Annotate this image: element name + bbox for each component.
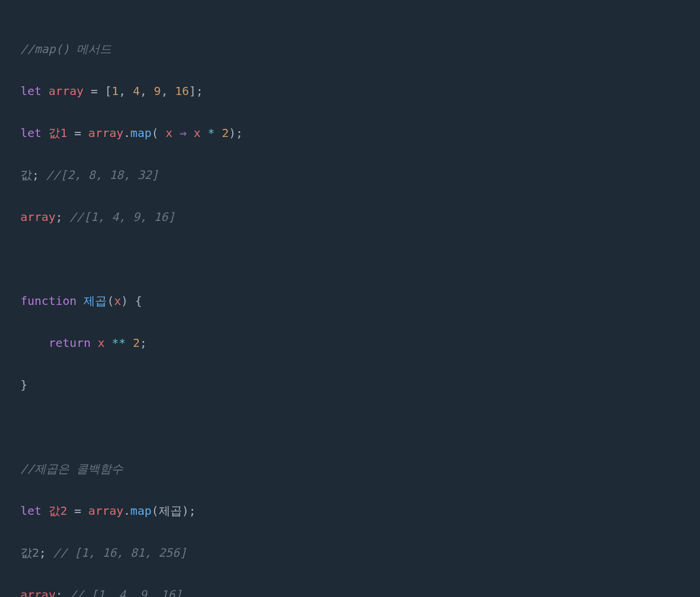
number-literal: 9 [154, 84, 161, 98]
code-line-6-empty [20, 248, 680, 269]
number-literal: 2 [222, 126, 229, 140]
dot: . [124, 126, 131, 140]
method-map: map [131, 126, 152, 140]
number-literal: 2 [126, 336, 140, 350]
operator-power: ** [112, 336, 126, 350]
semicolon: ; [32, 168, 46, 182]
identifier-array: array [88, 504, 123, 518]
code-line-5: array; //[1, 4, 9, 16] [20, 206, 680, 227]
param-x: x [194, 126, 201, 140]
code-line-10-empty [20, 416, 680, 437]
paren-open: ( [152, 126, 166, 140]
bracket-open: [ [105, 84, 112, 98]
semicolon: ; [39, 546, 53, 560]
function-name: 제곱 [76, 294, 107, 308]
comment-text: //[1, 4, 9, 16] [69, 210, 175, 224]
operator-multiply: * [201, 126, 222, 140]
param-x: x [166, 126, 173, 140]
identifier-array: array [88, 126, 123, 140]
code-line-13: 값2; // [1, 16, 81, 256] [20, 542, 680, 563]
semicolon: ; [55, 588, 69, 597]
space [41, 504, 48, 518]
semicolon: ; [55, 210, 69, 224]
code-line-9: } [20, 374, 680, 395]
comment-text: //map() 메서드 [20, 42, 111, 56]
identifier-array: array [48, 84, 83, 98]
equals: = [67, 126, 88, 140]
indent [20, 336, 48, 350]
comma: , [161, 84, 175, 98]
dot: . [124, 504, 131, 518]
paren-close: ); [229, 126, 243, 140]
identifier-val1: 값1 [48, 126, 67, 140]
code-line-3: let 값1 = array.map( x ⇒ x * 2); [20, 122, 680, 143]
comment-text: //[2, 8, 18, 32] [46, 168, 159, 182]
keyword-return: return [48, 336, 90, 350]
code-line-4: 값; //[2, 8, 18, 32] [20, 164, 680, 185]
method-map: map [131, 504, 152, 518]
space [41, 126, 48, 140]
number-literal: 1 [112, 84, 119, 98]
number-literal: 16 [175, 84, 189, 98]
equals: = [83, 84, 104, 98]
paren-close-brace: ) { [121, 294, 142, 308]
param-x: x [90, 336, 111, 350]
comment-text: //제곱은 콜백함수 [20, 462, 123, 476]
comma: , [119, 84, 133, 98]
keyword-let: let [20, 504, 41, 518]
semicolon: ; [140, 336, 147, 350]
variable-array: array [20, 588, 55, 597]
code-line-14: array; // [1, 4, 9, 16] [20, 584, 680, 597]
code-line-8: return x ** 2; [20, 332, 680, 353]
comment-text: // [1, 4, 9, 16] [69, 588, 182, 597]
comment-text: // [1, 16, 81, 256] [53, 546, 187, 560]
keyword-function: function [20, 294, 76, 308]
bracket-close: ]; [189, 84, 203, 98]
param-x: x [114, 294, 121, 308]
paren-open: ( [107, 294, 114, 308]
code-line-2: let array = [1, 4, 9, 16]; [20, 80, 680, 101]
brace-close: } [20, 378, 27, 392]
arrow-function: ⇒ [173, 126, 194, 140]
space [41, 84, 48, 98]
identifier-val2: 값2 [48, 504, 67, 518]
code-line-11: //제곱은 콜백함수 [20, 458, 680, 479]
equals: = [67, 504, 88, 518]
paren-close: ); [182, 504, 196, 518]
paren-open: ( [152, 504, 159, 518]
comma: , [140, 84, 154, 98]
keyword-let: let [20, 126, 41, 140]
code-line-1: //map() 메서드 [20, 38, 680, 59]
variable-val2: 값2 [20, 546, 39, 560]
callback-name: 제곱 [159, 504, 182, 518]
code-line-7: function 제곱(x) { [20, 290, 680, 311]
code-editor[interactable]: //map() 메서드 let array = [1, 4, 9, 16]; l… [20, 17, 680, 597]
code-line-12: let 값2 = array.map(제곱); [20, 500, 680, 521]
number-literal: 4 [133, 84, 140, 98]
variable-val: 값 [20, 168, 32, 182]
variable-array: array [20, 210, 55, 224]
keyword-let: let [20, 84, 41, 98]
